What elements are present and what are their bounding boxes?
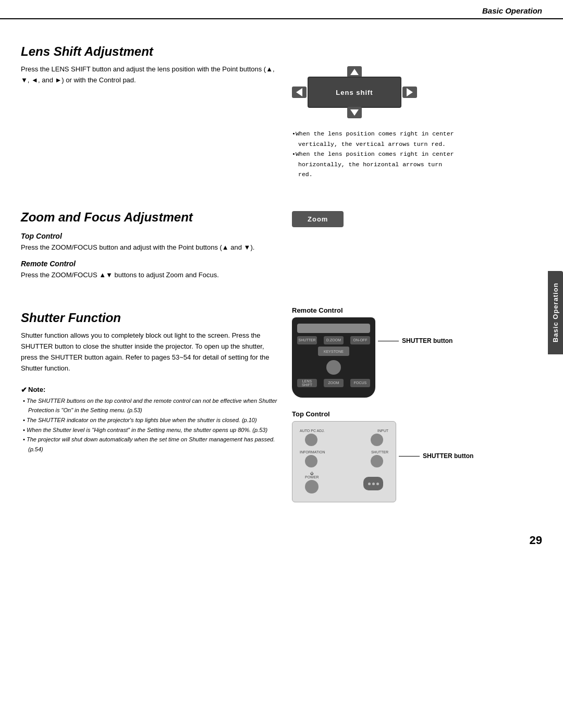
arrow-right-icon	[407, 88, 413, 96]
remote-dzoom-btn[interactable]: D.ZOOM	[324, 336, 344, 344]
lens-shift-body: Press the LENS SHIFT button and adjust t…	[21, 64, 282, 86]
note-item-4: The projector will shut down automatical…	[21, 435, 282, 454]
zoom-focus-left: Zoom and Focus Adjustment Top Control Pr…	[21, 195, 282, 281]
zoom-remote-body: Press the ZOOM/FOCUS ▲▼ buttons to adjus…	[21, 270, 282, 281]
note-item-3: When the Shutter level is "High contrast…	[21, 425, 282, 435]
lens-shift-box: Lens shift	[308, 77, 401, 108]
shutter-title: Shutter Function	[21, 311, 282, 325]
lens-shift-section: Lens Shift Adjustment Press the LENS SHI…	[0, 30, 563, 180]
tc-info-label: INFORMATION	[300, 450, 325, 454]
top-control-label: Top Control	[292, 410, 396, 418]
remote-shutter-btn[interactable]: SHUTTER	[297, 336, 317, 344]
zoom-top-control-body: Press the ZOOM/FOCUS button and adjust w…	[21, 242, 282, 253]
remote-control-label: Remote Control	[292, 306, 375, 314]
tc-dot-2	[372, 483, 375, 485]
tc-power-label: POWER	[305, 475, 319, 479]
arrow-down-icon	[350, 109, 359, 116]
tc-btn-row-top	[300, 434, 388, 446]
remote-body: SHUTTER D.ZOOM ON-OFF KEYSTONE	[292, 317, 375, 398]
arrow-up-btn[interactable]	[347, 66, 362, 78]
shutter-button-label-remote: SHUTTER button	[402, 337, 452, 344]
page-number: 29	[530, 534, 542, 547]
remote-dzoom-label: D.ZOOM	[326, 338, 341, 342]
remote-focus-btn[interactable]: FOCUS	[350, 379, 370, 387]
header-title: Basic Operation	[482, 6, 542, 15]
lens-shift-note-2: •When the lens position comes right in c…	[292, 149, 459, 180]
arrow-line-remote	[378, 341, 399, 341]
remote-shutter-label: SHUTTER	[298, 338, 315, 342]
shutter-right: Remote Control SHUTTER D.ZOOM ON-	[282, 296, 542, 502]
remote-onoff-btn[interactable]: ON-OFF	[350, 336, 370, 344]
lens-shift-label: Lens shift	[336, 89, 373, 96]
zoom-focus-section: Zoom and Focus Adjustment Top Control Pr…	[0, 195, 563, 281]
remote-row-1: SHUTTER D.ZOOM ON-OFF	[297, 336, 370, 344]
top-control-diagram: Top Control AUTO PC ADJ. INPUT INF	[292, 410, 396, 502]
zoom-box: Zoom	[292, 211, 344, 227]
zoom-focus-title: Zoom and Focus Adjustment	[21, 210, 282, 225]
sidebar-tab-text: Basic Operation	[552, 283, 559, 343]
shutter-left: Shutter Function Shutter function allows…	[21, 296, 282, 502]
remote-zoom-label: ZOOM	[328, 381, 339, 385]
remote-onoff-label: ON-OFF	[353, 338, 368, 342]
lens-shift-right: Lens shift •When the lens p	[282, 30, 542, 180]
tc-dot-3	[376, 483, 379, 485]
note-item-2: The SHUTTER indicator on the projector's…	[21, 415, 282, 425]
tc-input-label: INPUT	[377, 429, 388, 433]
remote-lensshift-btn[interactable]: LENS SHIFT	[297, 379, 317, 387]
remote-body-wrapper: SHUTTER D.ZOOM ON-OFF KEYSTONE	[292, 317, 375, 398]
zoom-diagram-area: Zoom	[292, 211, 344, 227]
lens-shift-diagram: Lens shift	[292, 66, 417, 118]
tc-auto-btn[interactable]	[305, 434, 317, 446]
arrow-left-icon	[296, 88, 302, 96]
page-number-area: 29	[0, 523, 563, 558]
note-title-row: ✔ Note:	[21, 386, 282, 394]
tc-shutter-label: SHUTTER	[371, 450, 388, 454]
note-title-text: Note:	[28, 386, 45, 393]
top-control-body-wrapper: AUTO PC ADJ. INPUT INFORMATION SHUTTER	[292, 421, 396, 502]
arrow-left-btn[interactable]	[292, 87, 307, 98]
top-control-body: AUTO PC ADJ. INPUT INFORMATION SHUTTER	[292, 421, 396, 502]
arrow-down-btn[interactable]	[347, 107, 362, 118]
tc-label-row-mid: INFORMATION SHUTTER	[300, 450, 388, 454]
shutter-body: Shutter function allows you to completel…	[21, 330, 282, 374]
tc-shutter-btn[interactable]	[371, 455, 383, 467]
shutter-button-arrow: SHUTTER button	[378, 337, 452, 344]
tc-power-btn[interactable]	[305, 480, 319, 493]
arrow-up-icon	[350, 69, 359, 75]
lens-shift-title: Lens Shift Adjustment	[21, 44, 282, 59]
shutter-section: Shutter Function Shutter function allows…	[0, 296, 563, 502]
zoom-remote-heading: Remote Control	[21, 260, 282, 268]
arrow-right-btn[interactable]	[402, 87, 417, 98]
tc-power-group: ⏻ POWER	[305, 472, 319, 493]
sidebar-tab: Basic Operation	[548, 271, 563, 354]
note-checkmark-icon: ✔	[21, 386, 27, 394]
arrow-line-tc	[399, 456, 420, 456]
lens-shift-notes: •When the lens position comes right in c…	[292, 129, 459, 180]
tc-power-row: ⏻ POWER	[300, 472, 388, 493]
remote-center-row	[297, 358, 370, 377]
zoom-top-control-heading: Top Control	[21, 232, 282, 240]
tc-auto-label: AUTO PC ADJ.	[300, 429, 325, 433]
remote-row-bottom: LENS SHIFT ZOOM FOCUS	[297, 379, 370, 387]
remote-focus-label: FOCUS	[354, 381, 367, 385]
remote-center-btn[interactable]	[326, 360, 341, 375]
zoom-label: Zoom	[308, 215, 328, 223]
remote-zoom-btn[interactable]: ZOOM	[324, 379, 344, 387]
note-items-list: The SHUTTER buttons on the top control a…	[21, 396, 282, 454]
lens-shift-note-1: •When the lens position comes right in c…	[292, 129, 459, 149]
tc-dot-1	[368, 483, 371, 485]
lens-shift-diagram-area: Lens shift	[292, 61, 417, 118]
tc-info-btn[interactable]	[305, 455, 317, 467]
tc-dots-btn[interactable]	[363, 477, 383, 490]
remote-keystone-label: KEYSTONE	[324, 350, 344, 353]
page-header: Basic Operation	[0, 0, 563, 19]
tc-label-row-top: AUTO PC ADJ. INPUT	[300, 429, 388, 433]
remote-keystone-btn[interactable]: KEYSTONE	[318, 347, 349, 356]
shutter-button-arrow-tc: SHUTTER button	[399, 452, 473, 460]
note-item-1: The SHUTTER buttons on the top control a…	[21, 396, 282, 415]
remote-lensshift-label: LENS SHIFT	[297, 379, 317, 387]
shutter-button-label-tc: SHUTTER button	[423, 452, 473, 460]
tc-input-btn[interactable]	[371, 434, 383, 446]
shutter-note-section: ✔ Note: The SHUTTER buttons on the top c…	[21, 386, 282, 454]
remote-control-diagram: Remote Control SHUTTER D.ZOOM ON-	[292, 306, 375, 398]
